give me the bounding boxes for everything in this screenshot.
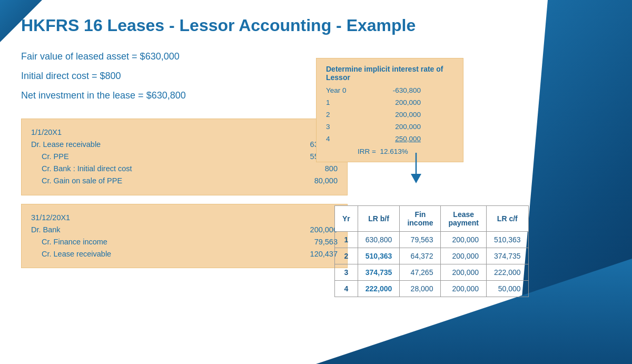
irr-value-1: 200,000 [358, 97, 421, 109]
initial-direct-cost-text: Initial direct cost = $800 [21, 70, 348, 83]
journal-box1-amount-4: 80,000 [290, 175, 338, 187]
cell-lr-bf-4: 222,000 [358, 281, 400, 297]
cell-fin-income-2: 64,372 [400, 248, 441, 264]
cell-fin-income-1: 79,563 [400, 232, 441, 248]
journal-box1-date: 1/1/20X1 [31, 126, 338, 139]
irr-value-2: 200,000 [358, 109, 421, 121]
cell-lr-bf-1: 630,800 [358, 232, 400, 248]
cell-fin-income-3: 47,265 [400, 264, 441, 281]
table-row: 1 630,800 79,563 200,000 510,363 [335, 232, 529, 248]
col-header-fin-income: Finincome [400, 206, 441, 232]
irr-row-1: 1 200,000 [326, 97, 453, 109]
cell-yr-3: 3 [335, 264, 358, 281]
irr-box-title: Determine implicit interest rate of Less… [326, 65, 453, 82]
cell-lr-cf-2: 374,735 [487, 248, 529, 264]
journal-box1-date-line: 1/1/20X1 [31, 126, 338, 139]
irr-row-3: 3 200,000 [326, 121, 453, 133]
irr-result: IRR = 12.613% [326, 147, 453, 155]
journal-box1-line-1: Dr. Lease receivable 630,800 [31, 139, 338, 151]
irr-year-3: 3 [326, 121, 358, 133]
journal-box1-line-3: Cr. Bank : Initial direct cost 800 [31, 163, 338, 175]
journal-box1-label-3: Cr. Bank : Initial direct cost [42, 163, 290, 175]
svg-marker-1 [411, 174, 421, 183]
journal-box2-label-2: Cr. Finance income [42, 236, 290, 248]
journal-box1-label-1: Dr. Lease receivable [31, 139, 290, 151]
table-row: 2 510,363 64,372 200,000 374,735 [335, 248, 529, 264]
journal-box2-date-line: 31/12/20X1 [31, 212, 338, 224]
fair-value-text: Fair value of leased asset = $630,000 [21, 50, 348, 63]
cell-yr-2: 2 [335, 248, 358, 264]
irr-row-2: 2 200,000 [326, 109, 453, 121]
journal-box2-amount-1: 200,000 [290, 224, 338, 236]
journal-box2-line-1: Dr. Bank 200,000 [31, 224, 338, 236]
cell-lr-cf-1: 510,363 [487, 232, 529, 248]
irr-year-4: 4 [326, 133, 358, 145]
cell-lease-payment-4: 200,000 [441, 281, 487, 297]
col-header-yr: Yr [335, 206, 358, 232]
cell-yr-4: 4 [335, 281, 358, 297]
journal-box2-label-3: Cr. Lease receivable [42, 248, 290, 260]
journal-box1-amount-3: 800 [290, 163, 338, 175]
table-row: 4 222,000 28,000 200,000 50,000 [335, 281, 529, 297]
journal-box1-line-2: Cr. PPE 550,000 [31, 151, 338, 163]
main-table: Yr LR b/f Finincome Leasepayment LR c/f … [334, 205, 529, 297]
irr-label: IRR = [358, 147, 376, 155]
journal-box1-line-4: Cr. Gain on sale of PPE 80,000 [31, 175, 338, 187]
journal-box2-line-2: Cr. Finance income 79,563 [31, 236, 338, 248]
col-header-lr-cf: LR c/f [487, 206, 529, 232]
irr-row-0: Year 0 -630,800 [326, 85, 453, 97]
journal-box1-label-4: Cr. Gain on sale of PPE [42, 175, 290, 187]
col-header-lease-payment: Leasepayment [441, 206, 487, 232]
journal-box2-amount-2: 79,563 [290, 236, 338, 248]
irr-row-4: 4 250,000 [326, 133, 453, 145]
page-title: HKFRS 16 Leases - Lessor Accounting - Ex… [21, 16, 611, 35]
cell-lr-cf-3: 222,000 [487, 264, 529, 281]
journal-box-2: 31/12/20X1 Dr. Bank 200,000 Cr. Finance … [21, 204, 348, 269]
journal-box2-amount-3: 120,437 [290, 248, 338, 260]
journal-box-1: 1/1/20X1 Dr. Lease receivable 630,800 Cr… [21, 119, 348, 195]
cell-fin-income-4: 28,000 [400, 281, 441, 297]
irr-value-4: 250,000 [358, 133, 421, 145]
left-column: Fair value of leased asset = $630,000 In… [21, 50, 348, 277]
irr-value: 12.613% [380, 147, 408, 155]
irr-value-3: 200,000 [358, 121, 421, 133]
cell-lease-payment-3: 200,000 [441, 264, 487, 281]
arrow-icon [406, 153, 427, 184]
cell-lr-bf-2: 510,363 [358, 248, 400, 264]
cell-yr-1: 1 [335, 232, 358, 248]
net-investment-text: Net investment in the lease = $630,800 [21, 89, 348, 102]
cell-lease-payment-2: 200,000 [441, 248, 487, 264]
cell-lease-payment-1: 200,000 [441, 232, 487, 248]
col-header-lr-bf: LR b/f [358, 206, 400, 232]
journal-box2-line-3: Cr. Lease receivable 120,437 [31, 248, 338, 260]
table-header-row: Yr LR b/f Finincome Leasepayment LR c/f [335, 206, 529, 232]
irr-year-1: 1 [326, 97, 358, 109]
cell-lr-bf-3: 374,735 [358, 264, 400, 281]
journal-box1-label-2: Cr. PPE [42, 151, 290, 163]
irr-value-0: -630,800 [358, 85, 421, 97]
journal-box2-date: 31/12/20X1 [31, 212, 338, 224]
irr-box: Determine implicit interest rate of Less… [316, 58, 463, 162]
journal-box2-label-1: Dr. Bank [31, 224, 290, 236]
table-row: 3 374,735 47,265 200,000 222,000 [335, 264, 529, 281]
main-table-container: Yr LR b/f Finincome Leasepayment LR c/f … [334, 205, 529, 297]
cell-lr-cf-4: 50,000 [487, 281, 529, 297]
irr-year-0: Year 0 [326, 85, 358, 97]
irr-year-2: 2 [326, 109, 358, 121]
